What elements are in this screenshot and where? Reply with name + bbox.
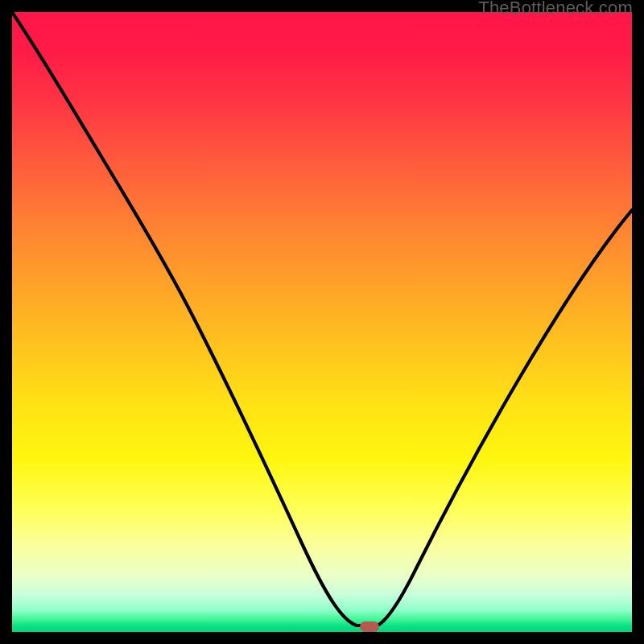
chart-frame: TheBottleneck.com xyxy=(0,0,644,644)
bottleneck-curve xyxy=(12,12,632,632)
minimum-marker xyxy=(360,621,379,632)
plot-area xyxy=(12,12,632,632)
curve-path xyxy=(12,12,632,625)
watermark-text: TheBottleneck.com xyxy=(478,0,633,19)
